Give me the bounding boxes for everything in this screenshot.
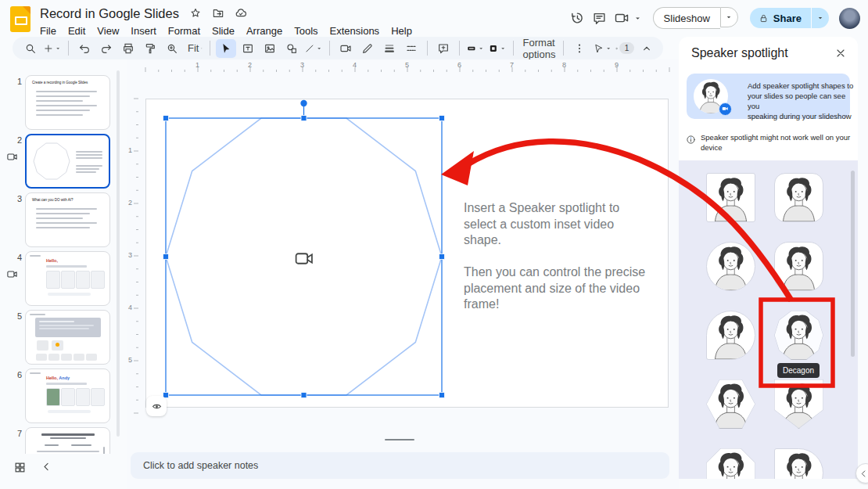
panel-collapse-button[interactable] (855, 463, 868, 484)
line-weight-button[interactable] (379, 39, 400, 58)
paint-format-button[interactable] (140, 39, 160, 58)
laser-pointer-button[interactable] (593, 39, 613, 58)
decoration (46, 383, 87, 385)
fit-select[interactable]: Fit (184, 39, 204, 58)
filmstrip-collapse-icon[interactable] (41, 461, 52, 473)
cloud-status-icon[interactable] (235, 7, 247, 20)
zoom-button[interactable] (162, 39, 182, 58)
decoration (86, 354, 97, 361)
shape-outline (706, 379, 755, 429)
speaker-notes-input[interactable]: Click to add speaker notes (131, 452, 669, 479)
lock-icon (759, 13, 769, 23)
decoration (76, 271, 90, 289)
account-avatar[interactable] (839, 8, 860, 29)
insert-shape-button[interactable] (282, 39, 302, 58)
border-color-button[interactable] (465, 39, 486, 58)
slide-number: 2 (11, 135, 22, 145)
decoration (33, 142, 70, 180)
shape-tile-leaf[interactable] (706, 311, 755, 360)
google-slides-logo-icon[interactable] (10, 6, 30, 32)
shape-tile-octagon[interactable] (706, 448, 755, 479)
shape-tile-circle[interactable] (706, 242, 755, 291)
format-options-button[interactable]: Format options (519, 39, 558, 58)
slide-filmstrip: 1Create a recording in Google Slides23Wh… (0, 63, 125, 454)
move-folder-icon[interactable] (212, 7, 224, 20)
shape-tile-hexagon[interactable] (706, 379, 755, 429)
decoration (76, 165, 102, 167)
scribble-button[interactable] (357, 39, 378, 58)
ruler-label: 4 (128, 304, 132, 311)
add-comment-button[interactable] (433, 39, 454, 58)
toolbar-search-button[interactable] (20, 39, 41, 58)
shape-tile-squircle[interactable] (774, 242, 823, 291)
slide-thumbnail-7[interactable] (25, 427, 110, 454)
notes-resize-handle[interactable] (385, 439, 414, 440)
ruler-label: 5 (128, 356, 132, 364)
slide-thumbnail-1[interactable]: Create a recording in Google Slides (25, 75, 110, 130)
avatar-illustration (707, 311, 755, 359)
share-button[interactable]: Share (750, 8, 811, 28)
preview-eye-button[interactable] (146, 396, 167, 416)
shape-tile-decagon[interactable] (774, 311, 823, 360)
version-history-icon[interactable] (569, 10, 585, 26)
filmstrip-scrollbar[interactable] (117, 70, 120, 437)
line-dash-button[interactable] (401, 39, 421, 58)
shape-outline (706, 448, 755, 479)
undo-button[interactable] (74, 39, 95, 58)
insert-image-button[interactable] (260, 39, 280, 58)
avatar-illustration (707, 243, 755, 290)
document-title[interactable]: Record in Google Slides (40, 6, 179, 21)
share-caret-button[interactable] (812, 8, 829, 28)
decoration (50, 437, 86, 439)
fill-color-button[interactable] (487, 39, 508, 58)
decoration (39, 325, 94, 326)
slide-thumbnail-5[interactable] (25, 310, 110, 365)
info-text: Add speaker spotlight shapes to your sli… (748, 81, 855, 121)
slideshow-caret-button[interactable] (720, 7, 738, 27)
panel-scrollbar[interactable] (851, 171, 855, 357)
shape-tile-rounded-square[interactable] (774, 173, 823, 222)
comments-icon[interactable] (592, 11, 607, 26)
decoration (30, 314, 45, 315)
meet-caret-icon[interactable] (633, 13, 643, 23)
shape-tile-half-round[interactable] (774, 448, 823, 479)
insert-video-button[interactable] (335, 39, 356, 58)
print-button[interactable] (118, 39, 138, 58)
insert-line-button[interactable] (303, 39, 324, 58)
slide-thumbnail-3[interactable]: What can you DO with AI? (25, 192, 110, 247)
slide-thumbnail-4[interactable]: Hello, (25, 251, 110, 306)
toolbar-divider (459, 41, 460, 56)
decoration (61, 271, 75, 289)
thumbnail-content (27, 135, 109, 187)
shape-outline (774, 311, 823, 360)
slide-text-block[interactable]: Insert a Speaker spotlight to select a c… (464, 200, 659, 313)
slide-thumbnail-2[interactable] (25, 134, 110, 189)
record-button[interactable]: 1 (615, 39, 635, 58)
close-icon[interactable] (834, 47, 847, 59)
record-count-badge: 1 (619, 42, 634, 54)
slideshow-button[interactable]: Slideshow (653, 7, 720, 29)
ruler-label: 6 (457, 61, 461, 69)
select-tool-button[interactable] (216, 39, 236, 58)
new-slide-button[interactable] (42, 39, 63, 58)
slide-thumbnail-6[interactable]: Hello, Andy (25, 369, 110, 423)
shape-tile-pentagon[interactable] (774, 379, 823, 429)
decoration (30, 255, 41, 257)
thumbnail-content: Hello, Andy (26, 369, 109, 422)
meet-camera-icon[interactable] (614, 10, 629, 26)
decoration (91, 271, 105, 289)
ruler-label: 2 (248, 61, 252, 69)
thumb-title: Hello, Andy (46, 376, 70, 380)
thumb-title: Create a recording in Google Slides (32, 81, 106, 84)
hide-toolbar-button[interactable] (637, 39, 657, 58)
grid-view-icon[interactable] (13, 461, 27, 474)
more-options-button[interactable] (569, 39, 590, 58)
ruler-label: 4 (353, 61, 357, 69)
decoration (74, 354, 84, 361)
redo-button[interactable] (96, 39, 117, 58)
star-icon[interactable] (189, 7, 202, 20)
text-box-button[interactable] (238, 39, 258, 58)
shape-tile-square[interactable] (706, 173, 755, 222)
decoration (91, 388, 105, 406)
decoration (36, 110, 90, 111)
